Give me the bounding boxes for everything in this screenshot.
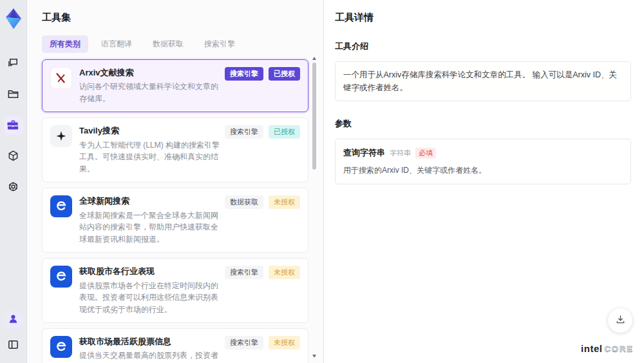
tool-name: Tavily搜索 [79,125,224,137]
category-badge: 搜索引擎 [225,266,263,279]
tool-card-arxiv[interactable]: Arxiv文献搜索 访问各个研究领域大量科学论文和文章的存储库。 搜索引擎 已授… [42,59,308,112]
tool-name: 获取市场最活跃股票信息 [79,336,224,348]
list-scrollbar[interactable] [312,57,317,358]
chat-icon [7,57,19,72]
detail-title: 工具详情 [335,12,631,24]
sidebar-item-chat[interactable] [4,54,23,74]
auth-status-badge: 未授权 [269,266,300,279]
scrollbar-up-arrow[interactable] [312,57,316,60]
sidebar-item-models[interactable] [4,147,23,166]
tool-desc: 访问各个研究领域大量科学论文和文章的存储库。 [79,81,224,104]
blue-news-logo-icon [50,266,72,288]
core-logo-text: core [604,344,634,354]
download-icon [615,314,626,328]
intel-core-logo: intel core [581,343,634,354]
sidebar-item-collapse[interactable] [4,336,23,355]
panel-toggle-icon [7,338,19,353]
gear-icon [7,181,19,195]
tool-card-global-news[interactable]: 全球新闻搜索 全球新闻搜索是一个聚合全球各大新闻网站内容的搜索引擎，帮助用户快速… [42,188,308,253]
tool-name: 获取股市各行业表现 [79,266,224,277]
tool-desc: 提供股票市场各个行业在特定时间段内的表现。投资者可以利用这些信息来识别表现优于或… [79,280,224,316]
tool-desc: 提供当天交易量最高的股票列表，投资者可以利用这些信息来识别流动性强的股票和潜在的… [79,349,224,363]
auth-status-badge: 未授权 [269,336,300,349]
folder-icon [7,88,19,103]
tab-language-translation[interactable]: 语言翻译 [93,35,140,53]
toolbox-icon [7,119,19,133]
param-name: 查询字符串 [343,147,385,159]
tool-desc: 全球新闻搜索是一个聚合全球各大新闻网站内容的搜索引擎，帮助用户快速获取全球最新资… [79,210,224,246]
param-card: 查询字符串 字符串 必填 用于搜索的Arxiv ID、关键字或作者姓名。 [335,139,631,184]
app-logo [3,6,24,31]
category-badge: 搜索引擎 [225,125,263,139]
tab-all-categories[interactable]: 所有类别 [42,35,88,53]
param-required-badge: 必填 [415,148,436,159]
tool-name: Arxiv文献搜索 [79,67,224,79]
tool-card-most-active-stocks[interactable]: 获取市场最活跃股票信息 提供当天交易量最高的股票列表，投资者可以利用这些信息来识… [42,328,308,363]
param-type: 字符串 [390,148,411,158]
arxiv-logo-icon [50,67,72,89]
params-heading: 参数 [335,118,631,130]
tool-list-panel: 工具集 所有类别 语言翻译 数据获取 搜索引擎 Arxiv文献搜索 访问各个研究… [27,0,324,363]
tool-list: Arxiv文献搜索 访问各个研究领域大量科学论文和文章的存储库。 搜索引擎 已授… [42,59,308,363]
tab-data-fetch[interactable]: 数据获取 [145,35,191,53]
param-desc: 用于搜索的Arxiv ID、关键字或作者姓名。 [343,164,623,176]
tool-card-tavily[interactable]: Tavily搜索 专为人工智能代理 (LLM) 构建的搜索引擎工具。可快速提供实… [42,117,308,182]
intel-logo-text: intel [581,343,602,354]
sidebar-item-settings[interactable] [4,178,23,197]
sidebar-rail [0,0,27,363]
tool-detail-panel: 工具详情 工具介绍 一个用于从Arxiv存储库搜索科学论文和文章的工具。 输入可… [325,0,644,363]
tool-card-sector-performance[interactable]: 获取股市各行业表现 提供股票市场各个行业在特定时间段内的表现。投资者可以利用这些… [42,258,308,323]
tool-desc: 专为人工智能代理 (LLM) 构建的搜索引擎工具。可快速提供实时、准确和真实的结… [79,139,224,175]
category-badge: 搜索引擎 [225,336,263,349]
intro-heading: 工具介绍 [335,41,631,52]
tab-search-engine[interactable]: 搜索引擎 [196,35,243,53]
category-badge: 搜索引擎 [225,67,263,81]
category-tabs: 所有类别 语言翻译 数据获取 搜索引擎 [42,35,323,53]
auth-status-badge: 已授权 [269,67,300,81]
auth-status-badge: 未授权 [269,195,300,209]
user-icon [7,313,19,328]
blue-news-logo-icon [50,336,72,358]
cube-icon [7,150,19,164]
sidebar-item-account[interactable] [4,310,23,329]
sparkle-logo-icon [50,125,72,147]
intro-text-box: 一个用于从Arxiv存储库搜索科学论文和文章的工具。 输入可以是Arxiv ID… [335,61,631,101]
tool-name: 全球新闻搜索 [79,195,224,207]
download-button[interactable] [608,308,632,333]
category-badge: 数据获取 [225,195,263,209]
page-title: 工具集 [42,12,323,24]
scrollbar-thumb[interactable] [312,63,316,170]
sidebar-item-toolbox[interactable] [4,116,23,135]
sidebar-item-files[interactable] [4,85,23,104]
auth-status-badge: 已授权 [269,125,300,139]
scrollbar-down-arrow[interactable] [312,355,316,358]
blue-news-logo-icon [50,195,72,217]
